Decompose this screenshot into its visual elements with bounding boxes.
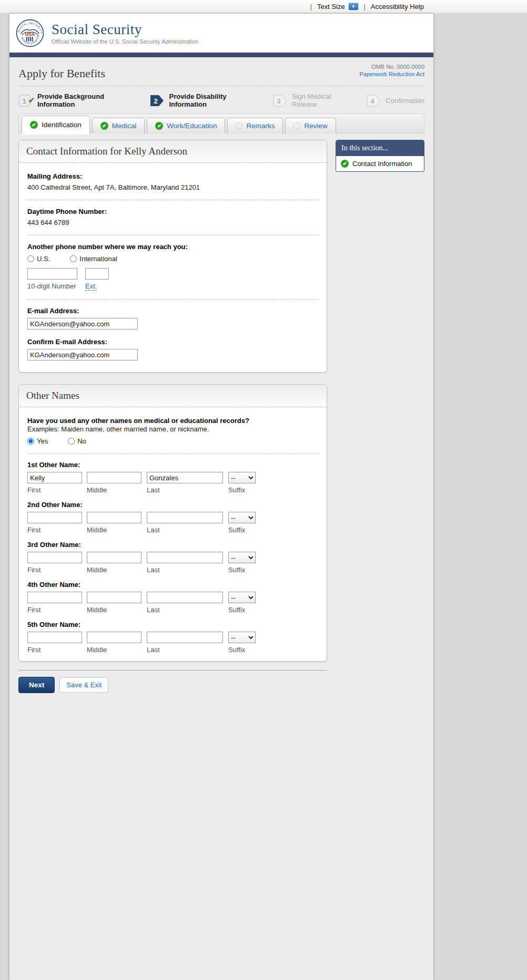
last-name-input[interactable] xyxy=(147,552,223,563)
other-names-no-label[interactable]: No xyxy=(77,437,86,445)
first-name-input[interactable] xyxy=(27,472,82,483)
last-name-input[interactable] xyxy=(147,632,223,643)
first-name-input[interactable] xyxy=(27,632,82,643)
daytime-phone-group: Daytime Phone Number: 443 644 6789 xyxy=(27,200,318,235)
form-column: Contact Information for Kelly Anderson M… xyxy=(18,140,327,693)
middle-name-input[interactable] xyxy=(87,552,141,563)
extension-tooltip-link[interactable]: Ext. xyxy=(85,282,97,291)
suffix-col-label: Suffix xyxy=(228,566,260,574)
suffix-select[interactable]: -- xyxy=(228,512,256,523)
other-names-panel: Other Names Have you used any other name… xyxy=(18,384,327,662)
middle-name-input[interactable] xyxy=(87,472,141,483)
other-names-yes-label[interactable]: Yes xyxy=(37,437,48,445)
step-4-confirmation: 4 Confirmation xyxy=(367,95,424,107)
middle-name-input[interactable] xyxy=(87,632,141,643)
ssa-seal-logo[interactable]: SOCIAL SECURITY ADMINISTRATION USA xyxy=(16,19,44,47)
check-circle-icon: ✔ xyxy=(30,121,38,129)
row-label: 3rd Other Name: xyxy=(27,541,318,549)
save-and-exit-button[interactable]: Save & Exit xyxy=(59,677,108,693)
step-1-check-icon: ✔ xyxy=(28,96,35,105)
seal-usa-text: USA xyxy=(25,32,35,37)
first-name-input[interactable] xyxy=(27,592,82,603)
text-size-label[interactable]: Text Size xyxy=(317,3,345,11)
last-col-label: Last xyxy=(147,646,228,654)
sidebar-item-label: Contact Information xyxy=(352,160,412,168)
step-4-badge: 4 xyxy=(367,95,381,107)
step-1-background-info: 1 ✔ Provide Background Information xyxy=(18,92,136,108)
ten-digit-number-input[interactable] xyxy=(27,268,77,280)
middle-col-label: Middle xyxy=(87,606,147,614)
first-col-label: First xyxy=(27,646,87,654)
suffix-col-label: Suffix xyxy=(228,486,260,494)
other-name-row-3: 3rd Other Name: First Middle xyxy=(27,534,318,574)
divider: | xyxy=(364,3,366,11)
other-names-yes-radio[interactable] xyxy=(27,438,34,445)
tab-label: Remarks xyxy=(246,122,275,130)
suffix-select[interactable]: -- xyxy=(228,472,256,483)
last-col-label: Last xyxy=(147,566,228,574)
confirm-email-input[interactable] xyxy=(27,349,138,360)
action-buttons: Next Save & Exit xyxy=(18,677,327,693)
empty-circle-icon xyxy=(236,122,242,129)
mailing-address-value: 400 Cathedral Street, Apt 7A, Baltimore,… xyxy=(27,183,318,191)
first-name-input[interactable] xyxy=(27,552,82,563)
contact-information-panel: Contact Information for Kelly Anderson M… xyxy=(18,140,327,373)
other-name-row-4: 4th Other Name: First Middle xyxy=(27,574,318,614)
middle-name-input[interactable] xyxy=(87,512,141,523)
international-phone-radio-label[interactable]: International xyxy=(79,255,117,263)
last-name-input[interactable] xyxy=(147,592,223,603)
tab-medical[interactable]: ✔ Medical xyxy=(92,118,145,133)
step-1-label: Provide Background Information xyxy=(37,92,136,108)
check-circle-icon: ✔ xyxy=(341,160,349,168)
divider: | xyxy=(310,3,312,11)
text-size-dropdown-icon[interactable]: ▼ xyxy=(348,3,359,11)
site-title[interactable]: Social Security xyxy=(52,22,198,38)
section-sidebar: In this section... ✔ Contact Information xyxy=(336,140,424,172)
tab-label: Identification xyxy=(42,121,82,129)
row-label: 2nd Other Name: xyxy=(27,501,318,509)
contact-panel-title: Contact Information for Kelly Anderson xyxy=(26,146,319,157)
last-name-input[interactable] xyxy=(147,512,223,523)
tab-label: Review xyxy=(304,122,327,130)
svg-text:2: 2 xyxy=(154,97,158,105)
accessibility-help-link[interactable]: Accessibility Help xyxy=(371,3,424,11)
suffix-select[interactable]: -- xyxy=(228,552,256,563)
last-col-label: Last xyxy=(147,526,228,534)
other-names-question: Have you used any other names on medical… xyxy=(27,417,318,425)
suffix-select[interactable]: -- xyxy=(228,632,256,643)
step-2-label: Provide Disability Information xyxy=(169,92,259,108)
first-name-input[interactable] xyxy=(27,512,82,523)
row-label: 1st Other Name: xyxy=(27,461,318,469)
other-names-no-radio[interactable] xyxy=(68,438,75,445)
page-sheet: SOCIAL SECURITY ADMINISTRATION USA Socia… xyxy=(9,14,433,980)
svg-text:3: 3 xyxy=(277,97,280,105)
last-name-input[interactable] xyxy=(147,472,223,483)
step-4-label: Confirmation xyxy=(386,97,424,105)
email-input[interactable] xyxy=(27,318,138,329)
sidebar-item-contact-information[interactable]: ✔ Contact Information xyxy=(336,156,424,171)
next-button[interactable]: Next xyxy=(18,677,55,693)
main-area: Apply for Benefits OMB No. 0000-0000 Pap… xyxy=(9,57,433,693)
suffix-select[interactable]: -- xyxy=(228,592,256,603)
tab-review[interactable]: Review xyxy=(285,118,336,133)
paperwork-reduction-act-link[interactable]: Paperwork Reduction Act xyxy=(359,71,424,77)
tab-label: Work/Education xyxy=(167,122,217,130)
step-3-badge: 3 xyxy=(273,95,287,107)
tab-work-education[interactable]: ✔ Work/Education xyxy=(147,118,225,133)
international-phone-radio[interactable] xyxy=(70,255,77,262)
tab-label: Medical xyxy=(112,122,137,130)
tab-identification[interactable]: ✔ Identification xyxy=(22,116,90,133)
omb-number: OMB No. 0000-0000 xyxy=(359,64,424,70)
extension-input[interactable] xyxy=(85,268,109,280)
middle-name-input[interactable] xyxy=(87,592,141,603)
page-title-row: Apply for Benefits OMB No. 0000-0000 Pap… xyxy=(18,57,424,86)
panel-header: Other Names xyxy=(19,385,327,407)
daytime-phone-value: 443 644 6789 xyxy=(27,219,318,226)
svg-text:1: 1 xyxy=(22,97,26,105)
other-name-row-1: 1st Other Name: First Middle xyxy=(27,454,318,494)
first-col-label: First xyxy=(27,566,87,574)
us-phone-radio-label[interactable]: U.S. xyxy=(37,255,50,263)
tab-remarks[interactable]: Remarks xyxy=(227,118,283,133)
us-phone-radio[interactable] xyxy=(27,255,34,262)
step-indicator: 1 ✔ Provide Background Information 2 Pro… xyxy=(18,92,424,108)
